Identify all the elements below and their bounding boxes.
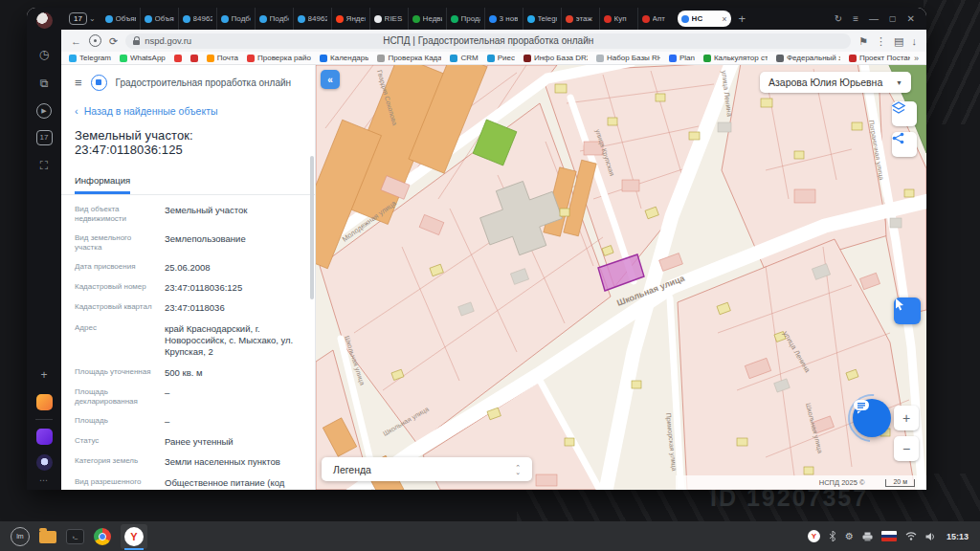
- chat-button[interactable]: [853, 399, 891, 437]
- browser-tab[interactable]: НС×: [678, 11, 731, 27]
- tab-title: Объяв: [155, 14, 174, 23]
- screenshot-icon[interactable]: ⛶: [35, 157, 53, 174]
- settings-tray-icon[interactable]: ⚙: [845, 531, 854, 541]
- collapse-panel-button[interactable]: «: [321, 70, 340, 89]
- bluetooth-icon[interactable]: [829, 531, 836, 541]
- browser-tab[interactable]: Объяв: [140, 8, 178, 30]
- identify-tool-button[interactable]: [894, 298, 921, 324]
- profile-avatar[interactable]: [36, 12, 53, 29]
- address-bar[interactable]: nspd.gov.ru НСПД | Градостроительная про…: [125, 33, 851, 49]
- alice-icon[interactable]: [36, 454, 53, 471]
- info-field-row: Площадь–: [75, 416, 301, 428]
- panel-scrollbar[interactable]: [310, 156, 314, 299]
- bookmark-item[interactable]: Проверка Кадас: [377, 54, 441, 62]
- bookmark-item[interactable]: Календарь: [320, 54, 368, 62]
- sidebar-toggle-icon[interactable]: ▤: [894, 35, 903, 47]
- browser-tab[interactable]: Подбо: [255, 8, 293, 30]
- layers-button[interactable]: [892, 101, 917, 126]
- back-icon[interactable]: ←: [71, 35, 81, 47]
- map-canvas[interactable]: Гвардия СоколоваМолодежная улицаулица Кр…: [316, 65, 926, 490]
- share-button[interactable]: [892, 132, 917, 157]
- browser-tab[interactable]: Прода: [446, 8, 484, 30]
- browser-tab[interactable]: Куп: [599, 8, 637, 30]
- bookmark-icon[interactable]: ⚑: [858, 35, 868, 47]
- video-icon[interactable]: ▶: [36, 103, 52, 119]
- close-button[interactable]: ✕: [907, 14, 915, 24]
- more-icon[interactable]: ⋮: [876, 35, 886, 47]
- mint-menu-button[interactable]: lm: [11, 527, 30, 546]
- bookmarks-overflow-icon[interactable]: »: [914, 54, 919, 63]
- legend-expand-icon[interactable]: ⌃⌄: [515, 465, 521, 474]
- bookmark-item[interactable]: Проверка район: [247, 54, 311, 62]
- bookmark-item[interactable]: [190, 55, 198, 62]
- browser-tab[interactable]: Telegr: [523, 8, 561, 30]
- scale-bar: 20 м: [885, 479, 915, 487]
- profile-icon[interactable]: [89, 34, 101, 47]
- calendar-icon[interactable]: 17: [36, 130, 53, 145]
- app-icon-orange[interactable]: [36, 394, 53, 410]
- browser-tab[interactable]: 3 нов: [484, 8, 523, 30]
- volume-icon[interactable]: [925, 532, 936, 541]
- bookmark-item[interactable]: CRM: [450, 54, 478, 62]
- app-icon-purple[interactable]: [36, 429, 53, 445]
- browser-tab[interactable]: Подбо: [216, 8, 255, 30]
- tab-favicon: [374, 15, 382, 23]
- bookmark-item[interactable]: Калькулятор сто: [703, 54, 768, 62]
- browser-tab[interactable]: Недви: [408, 8, 446, 30]
- field-value: край Краснодарский, г. Новороссийск, с. …: [165, 323, 301, 359]
- bookmark-label: CRM: [460, 54, 478, 62]
- bookmark-item[interactable]: Plan: [669, 54, 695, 62]
- bookmark-item[interactable]: Риес: [487, 54, 515, 62]
- terminal-app-button[interactable]: ›_: [66, 529, 84, 544]
- browser-tab[interactable]: RIES /: [369, 8, 408, 30]
- sync-icon[interactable]: ↻: [835, 14, 842, 24]
- add-panel-icon[interactable]: +: [35, 366, 53, 384]
- zoom-out-button[interactable]: −: [894, 436, 919, 461]
- menu-icon[interactable]: ≡: [853, 14, 858, 24]
- user-menu-button[interactable]: Азарова Юлия Юрьевна ▼: [760, 72, 911, 93]
- yandex-tray-icon[interactable]: Y: [808, 530, 820, 542]
- printer-icon[interactable]: [862, 532, 873, 541]
- browser-tab[interactable]: 84962: [293, 8, 331, 30]
- browser-tab[interactable]: Яндек: [331, 8, 369, 30]
- reload-icon[interactable]: ⟳: [109, 35, 118, 47]
- bookmark-item[interactable]: Telegram: [69, 54, 111, 62]
- bookmark-item[interactable]: Почта: [207, 54, 238, 62]
- back-link[interactable]: ‹ Назад в найденные объекты: [61, 97, 315, 117]
- browser-tab[interactable]: 84962: [178, 8, 216, 30]
- history-icon[interactable]: ◷: [35, 46, 53, 63]
- new-tab-button[interactable]: +: [739, 11, 746, 26]
- hamburger-icon[interactable]: ≡: [75, 77, 82, 89]
- yandex-browser-button[interactable]: Y: [121, 524, 147, 549]
- bookmark-item[interactable]: Проект Постанов: [849, 54, 910, 62]
- wifi-icon[interactable]: [905, 532, 917, 540]
- downloads-icon[interactable]: ↓: [912, 35, 918, 47]
- minimize-button[interactable]: —: [869, 14, 879, 24]
- tabs-panel-icon[interactable]: ⧉: [35, 75, 53, 92]
- bookmark-item[interactable]: [174, 55, 182, 62]
- zoom-in-button[interactable]: +: [894, 406, 919, 430]
- bookmark-favicon: [487, 55, 495, 62]
- files-app-button[interactable]: [39, 529, 56, 543]
- tab-list-chevron-icon[interactable]: ⌄: [89, 14, 96, 23]
- more-icon[interactable]: ⋯: [39, 475, 49, 485]
- url-text[interactable]: nspd.gov.ru: [145, 35, 191, 46]
- bookmark-item[interactable]: Набор Базы RHO: [596, 54, 660, 62]
- browser-tab[interactable]: Апт: [637, 8, 676, 30]
- bookmark-item[interactable]: Федеральный за: [776, 54, 840, 62]
- bookmark-item[interactable]: WhatsApp: [120, 54, 166, 62]
- tab-favicon: [412, 15, 420, 23]
- language-flag-icon[interactable]: [881, 531, 897, 541]
- tab-count-button[interactable]: 17: [69, 12, 87, 25]
- browser-tab[interactable]: Объяв: [101, 8, 140, 30]
- browser-tab[interactable]: этаж: [561, 8, 599, 30]
- chrome-app-button[interactable]: [94, 528, 111, 545]
- tab-close-icon[interactable]: ×: [722, 14, 726, 24]
- yandex-icon: Y: [124, 527, 144, 546]
- tab-information[interactable]: Информация: [75, 175, 130, 194]
- field-value: 23:47:0118036: [165, 302, 301, 314]
- legend-bar[interactable]: Легенда ⌃⌄: [322, 457, 532, 481]
- bookmark-item[interactable]: Инфо База DR23: [523, 54, 588, 62]
- maximize-button[interactable]: ▢: [889, 14, 897, 24]
- info-field-row: Адрескрай Краснодарский, г. Новороссийск…: [75, 323, 301, 359]
